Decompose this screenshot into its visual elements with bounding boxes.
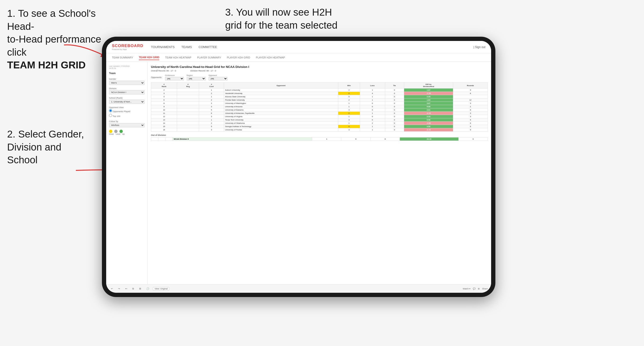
top-nav: SCOREBOARD Powered by clippi TOURNAMENTS… [106, 41, 491, 53]
table-row: 4 1 Arizona State University 5 1 0 2.29 [151, 95, 488, 98]
tab-team-h2h-heatmap[interactable]: TEAM H2H HEATMAP [165, 55, 191, 60]
colour-by-select[interactable]: Win/loss [109, 123, 144, 127]
region-filter: Region (All) [187, 74, 206, 80]
table-row: 2 1 Auburn University 2 1 0 1.67 9 [151, 89, 488, 92]
gender-select[interactable]: Men's [109, 81, 144, 85]
table-row: 3 2 Vanderbilt University 0 4 0 -2.29 8 [151, 92, 488, 95]
out-of-division-table: NCAA Division II 1 0 0 26.00 3 [151, 137, 488, 141]
col-loss: Loss [360, 83, 385, 89]
table-row: 8 2 University of Washington 1 0 0 3.67 … [151, 102, 488, 105]
data-area: University of North Carolina Head-to-Hea… [148, 62, 491, 284]
opponents-label: Opponents: [151, 76, 162, 79]
table-row: 11 6 University of Arkansas, Fayettevill… [151, 112, 488, 115]
last-updated: Last Updated: 27/03/2024 16:55:38 [109, 65, 144, 69]
tablet-screen: SCOREBOARD Powered by clippi TOURNAMENTS… [106, 41, 491, 293]
sub-nav: TEAM SUMMARY TEAM H2H GRID TEAM H2H HEAT… [106, 53, 491, 62]
paste-btn[interactable]: ⊞ [138, 287, 142, 290]
out-diff: 26.00 [400, 138, 459, 141]
sign-out-button[interactable]: | Sign out [474, 45, 486, 49]
nav-links: TOURNAMENTS TEAMS COMMITTEE [151, 44, 474, 50]
col-rounds: Rounds [453, 83, 488, 89]
sidebar-team-label: Team [109, 72, 144, 75]
main-title: University of North Carolina Head-to-Hea… [151, 65, 488, 69]
col-conf: #Conf [199, 83, 224, 89]
records-row: Overall Record: 89 - 17 - 0 Division Rec… [151, 70, 488, 72]
out-name: NCAA Division II [172, 138, 312, 141]
clock-btn[interactable]: 🕐 [145, 287, 150, 290]
conference-filter: Conference (All) [165, 74, 184, 80]
nav-committee[interactable]: COMMITTEE [199, 44, 217, 50]
tab-player-h2h-heatmap[interactable]: PLAYER H2H HEATMAP [256, 55, 285, 60]
out-win: 1 [312, 138, 341, 141]
legend-up-dot [120, 130, 123, 133]
share-btn[interactable]: Share [482, 288, 488, 290]
sidebar-colour-by: Colour by Win/loss [109, 120, 144, 127]
table-row: 13 1 Texas Tech University 3 0 0 5.56 9 [151, 118, 488, 122]
logo-sub: Powered by clippi [112, 48, 144, 50]
tab-player-summary[interactable]: PLAYER SUMMARY [197, 55, 221, 60]
bottom-toolbar: ↩ ↪ ↤ ⧉ ⊞ 🕐 View: Original Watch ▾ 💬 ⊞ S… [106, 284, 491, 293]
sidebar-team-section: Team [109, 72, 144, 75]
region-select[interactable]: (All) [187, 77, 206, 80]
overall-record: Overall Record: 89 - 17 - 0 [151, 70, 176, 72]
col-rank: #Rank [151, 83, 177, 89]
toolbar-right: Watch ▾ 💬 ⊞ Share [463, 288, 488, 290]
copy-btn[interactable]: ⧉ [131, 287, 135, 291]
table-row: 10 5 University of Alabama 3 0 0 2.61 8 [151, 108, 488, 112]
sidebar-division-field: Division NCAA Division I [109, 87, 144, 94]
col-reg: #Reg [177, 83, 199, 89]
opponent-filter: Opponent (All) [208, 74, 228, 80]
undo-btn[interactable]: ↩ [110, 287, 114, 290]
logo: SCOREBOARD Powered by clippi [112, 43, 144, 50]
sidebar-gender-field: Gender Men's [109, 78, 144, 85]
nav-teams[interactable]: TEAMS [181, 44, 192, 50]
conference-select[interactable]: (All) [165, 77, 184, 80]
opponent-view-radios: Opponents Played Top 100 [109, 109, 144, 118]
table-row: 15 5 Georgia Institute of Technology 0 1… [151, 125, 488, 128]
col-tie: Tie [385, 83, 404, 89]
radio-opponents-played[interactable]: Opponents Played [109, 109, 144, 113]
grid-btn[interactable]: ⊞ [478, 288, 480, 290]
table-row: 6 2 Florida State University 2 1 0 1.83 … [151, 98, 488, 102]
h2h-table: #Rank #Reg #Conf Opponent Win Loss Tie D… [151, 82, 488, 132]
color-legend [109, 130, 144, 133]
opponent-select[interactable]: (All) [208, 77, 228, 80]
filter-row: Opponents: Conference (All) Region (All) [151, 74, 488, 80]
radio-top100[interactable]: Top 100 [109, 114, 144, 117]
logo-text: SCOREBOARD [112, 43, 144, 48]
table-row: 14 2 University of Oklahoma 1 2 0 -1.00 … [151, 122, 488, 125]
school-select[interactable]: 1. University of Nort... [109, 100, 144, 104]
color-legend-labels: Down Level Up [109, 133, 144, 135]
sidebar: Last Updated: 27/03/2024 16:55:38 Team G… [106, 62, 148, 284]
col-win: Win [338, 83, 360, 89]
view-button[interactable]: View: Original [153, 287, 169, 290]
col-opponent: Opponent [224, 83, 338, 89]
division-select[interactable]: NCAA Division I [109, 90, 144, 94]
nav-tournaments[interactable]: TOURNAMENTS [151, 44, 175, 50]
legend-down-dot [109, 130, 112, 133]
division-record: Division Record: 88 - 17 - 0 [190, 70, 216, 72]
back-btn[interactable]: ↤ [124, 287, 128, 290]
annotation-top-left: 1. To see a School's Head- to-Head perfo… [7, 7, 116, 72]
out-loss: 0 [341, 138, 370, 141]
sidebar-school-field: School (Rank) 1. University of Nort... [109, 97, 144, 104]
tab-player-h2h-grid[interactable]: PLAYER H2H GRID [227, 55, 250, 60]
table-row: 16 3 University of Florida 3 1 0 -6.42 9 [151, 128, 488, 132]
col-diff: Diff AvStrokes/Rnd [404, 83, 453, 89]
table-row: 9 3 University of Arizona 1 0 0 9.00 2 [151, 105, 488, 108]
out-division-row: NCAA Division II 1 0 0 26.00 3 [151, 138, 488, 141]
out-rounds: 3 [458, 138, 488, 141]
tab-team-summary[interactable]: TEAM SUMMARY [112, 55, 133, 60]
table-row: 12 3 University of Virginia 1 0 0 2.33 3 [151, 115, 488, 118]
out-of-division-label: Out of division [151, 134, 488, 136]
tab-team-h2h-grid[interactable]: TEAM H2H GRID [139, 55, 160, 60]
redo-btn[interactable]: ↪ [116, 287, 121, 290]
legend-level-dot [114, 130, 118, 133]
out-tie: 0 [370, 138, 400, 141]
main-content: Last Updated: 27/03/2024 16:55:38 Team G… [106, 62, 491, 284]
watch-btn[interactable]: Watch ▾ [463, 288, 470, 290]
sidebar-opponent-view: Opponent View Opponents Played Top 100 [109, 106, 144, 118]
comment-btn[interactable]: 💬 [473, 288, 476, 290]
annotation-bottom-left: 2. Select Gender, Division and School [7, 128, 84, 167]
annotation-top-right: 3. You will now see H2H grid for the tea… [225, 6, 338, 32]
